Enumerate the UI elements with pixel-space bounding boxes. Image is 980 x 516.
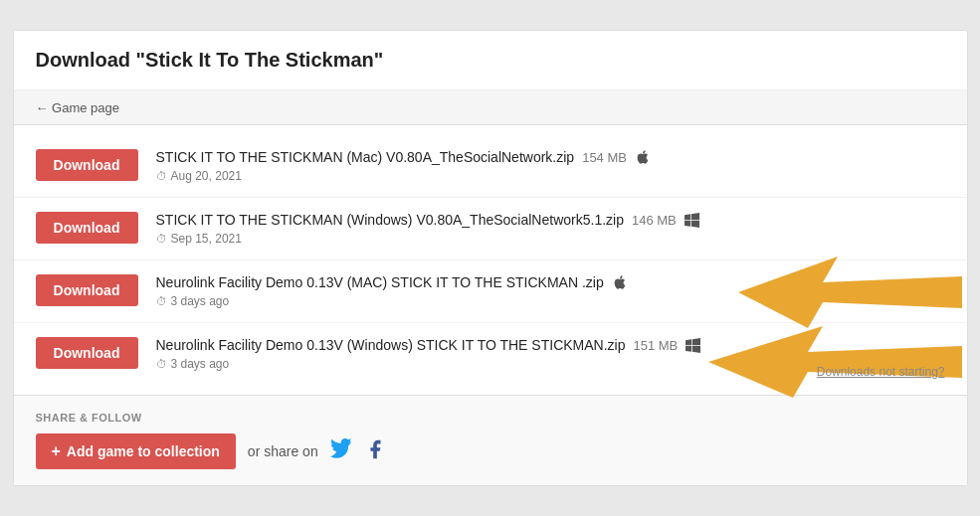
page-title: Download "Stick It To The Stickman" — [36, 49, 945, 72]
twitter-share-icon[interactable] — [330, 438, 352, 465]
apple-icon — [612, 274, 628, 290]
download-row: Download Neurolink Facility Demo 0.13V (… — [14, 260, 967, 323]
date-text: Aug 20, 2021 — [171, 169, 242, 183]
file-date: ⏱ 3 days ago — [156, 294, 945, 308]
clock-icon: ⏱ — [156, 233, 167, 245]
apple-icon — [635, 149, 651, 165]
file-size: 154 MB — [582, 150, 627, 165]
download-button[interactable]: Download — [36, 337, 138, 369]
file-date: ⏱ Aug 20, 2021 — [156, 169, 945, 183]
add-collection-label: Add game to collection — [67, 443, 220, 459]
windows-icon — [685, 213, 699, 228]
share-label: SHARE & FOLLOW — [36, 412, 945, 424]
or-share-text: or share on — [248, 443, 318, 459]
download-button[interactable]: Download — [36, 274, 138, 306]
download-button[interactable]: Download — [36, 149, 138, 181]
downloads-wrapper: Download STICK IT TO THE STICKMAN (Mac) … — [14, 125, 967, 395]
download-row: Download STICK IT TO THE STICKMAN (Mac) … — [14, 135, 967, 198]
file-name: STICK IT TO THE STICKMAN (Mac) V0.80A_Th… — [156, 149, 945, 165]
download-button[interactable]: Download — [36, 212, 138, 244]
windows-icon — [686, 338, 700, 353]
file-size: 151 MB — [633, 338, 678, 353]
download-row: Download STICK IT TO THE STICKMAN (Windo… — [14, 198, 967, 260]
clock-icon: ⏱ — [156, 358, 167, 370]
file-name: STICK IT TO THE STICKMAN (Windows) V0.80… — [156, 212, 945, 228]
filename-text: Neurolink Facility Demo 0.13V (Windows) … — [156, 337, 626, 353]
file-size: 146 MB — [632, 213, 677, 228]
share-actions: + Add game to collection or share on — [36, 433, 945, 469]
clock-icon: ⏱ — [156, 295, 167, 307]
back-link[interactable]: ← Game page — [36, 100, 120, 115]
title-quoted: "Stick It To The Stickman" — [136, 49, 384, 71]
file-name: Neurolink Facility Demo 0.13V (MAC) STIC… — [156, 274, 945, 290]
filename-text: STICK IT TO THE STICKMAN (Windows) V0.80… — [156, 212, 624, 228]
downloads-section: Download STICK IT TO THE STICKMAN (Mac) … — [14, 125, 967, 395]
file-date: ⏱ Sep 15, 2021 — [156, 232, 945, 246]
facebook-share-icon[interactable] — [364, 438, 386, 465]
title-prefix: Download — [36, 49, 136, 71]
filename-text: STICK IT TO THE STICKMAN (Mac) V0.80A_Th… — [156, 149, 575, 165]
file-name: Neurolink Facility Demo 0.13V (Windows) … — [156, 337, 945, 353]
date-text: Sep 15, 2021 — [171, 232, 242, 246]
downloads-not-starting-link[interactable]: Downloads not starting? — [817, 365, 945, 379]
file-info: STICK IT TO THE STICKMAN (Windows) V0.80… — [156, 212, 945, 246]
main-container: Download "Stick It To The Stickman" ← Ga… — [13, 30, 968, 486]
file-info: STICK IT TO THE STICKMAN (Mac) V0.80A_Th… — [156, 149, 945, 183]
filename-text: Neurolink Facility Demo 0.13V (MAC) STIC… — [156, 274, 604, 290]
date-text: 3 days ago — [171, 357, 230, 371]
plus-icon: + — [52, 442, 61, 460]
add-game-to-collection-button[interactable]: + Add game to collection — [36, 433, 236, 469]
date-text: 3 days ago — [171, 294, 230, 308]
clock-icon: ⏱ — [156, 170, 167, 182]
nav-bar: ← Game page — [14, 90, 967, 125]
file-info: Neurolink Facility Demo 0.13V (MAC) STIC… — [156, 274, 945, 308]
page-title-bar: Download "Stick It To The Stickman" — [14, 31, 967, 90]
share-section: SHARE & FOLLOW + Add game to collection … — [14, 395, 967, 485]
